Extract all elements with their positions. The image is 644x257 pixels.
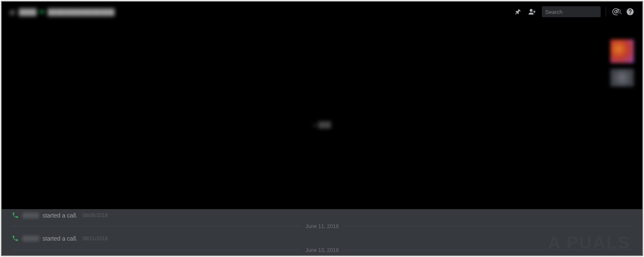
channel-title-blurred: @ ████ ███████████████: [9, 8, 115, 16]
app-frame: @ ████ ███████████████: [1, 1, 643, 256]
call-center-blurred-text: ● ███: [313, 121, 331, 128]
author-name-blurred: [22, 212, 39, 218]
call-event-text: started a call.: [42, 212, 77, 219]
participant-tile[interactable]: [610, 69, 634, 87]
search-input-wrap[interactable]: [542, 6, 601, 17]
date-divider-label: June 13, 2018: [301, 247, 343, 253]
help-icon[interactable]: [624, 6, 636, 18]
date-divider: June 11, 2018: [12, 222, 632, 230]
call-event-row: started a call. 06/11/2018: [2, 232, 642, 245]
call-event-text: started a call.: [42, 235, 77, 242]
add-friend-icon[interactable]: [526, 6, 538, 18]
timestamp: 06/06/2018: [82, 212, 108, 218]
timestamp: 06/11/2018: [82, 236, 108, 241]
header-bar: @ ████ ███████████████: [2, 2, 642, 22]
status-dot-icon: [40, 10, 44, 14]
date-divider-label: June 11, 2018: [301, 223, 343, 229]
author-name-blurred: [22, 236, 39, 241]
date-divider: June 13, 2018: [12, 246, 632, 254]
watermark-brand: A PUALS: [548, 233, 631, 253]
phone-icon: [12, 235, 19, 242]
call-event-row: started a call. 06/06/2018: [2, 209, 642, 222]
phone-icon: [12, 212, 19, 219]
message-log: started a call. 06/06/2018 June 11, 2018…: [2, 209, 642, 255]
participants-strip: [610, 39, 634, 92]
search-input[interactable]: [545, 9, 616, 15]
mentions-icon[interactable]: [610, 6, 622, 18]
participant-tile[interactable]: [610, 39, 634, 63]
vertical-divider: [606, 7, 606, 16]
pin-icon[interactable]: [512, 6, 524, 18]
call-video-area: ● ███: [2, 22, 642, 209]
